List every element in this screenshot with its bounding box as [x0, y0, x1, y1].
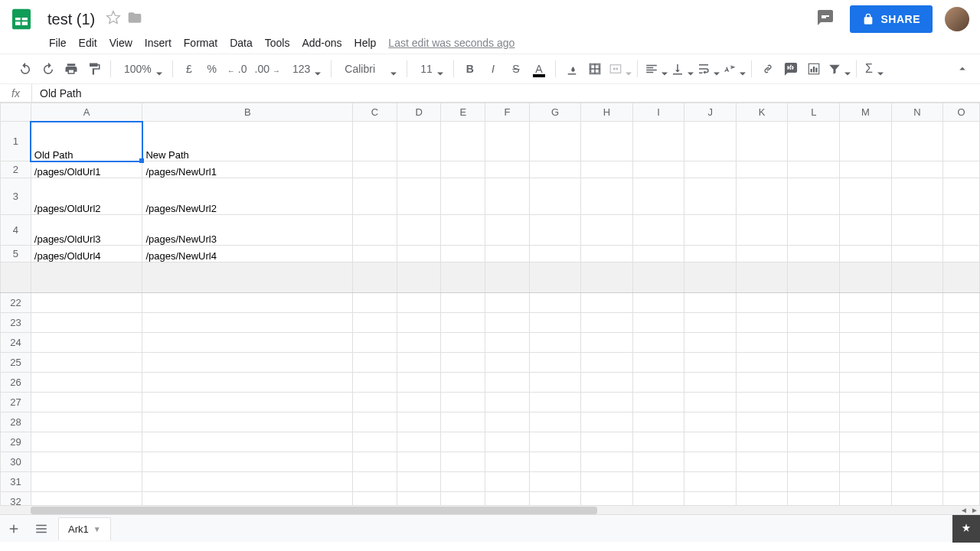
- cell-N22[interactable]: [891, 293, 943, 313]
- cell-K29[interactable]: [736, 432, 788, 452]
- cell-M30[interactable]: [840, 452, 892, 472]
- cell-I3[interactable]: [632, 178, 684, 215]
- cell-J27[interactable]: [684, 393, 737, 412]
- column-header-F[interactable]: F: [485, 103, 530, 122]
- cell-B3[interactable]: /pages/NewUrl2: [142, 178, 353, 215]
- cell-I29[interactable]: [632, 432, 684, 452]
- cell-D5[interactable]: [397, 246, 441, 262]
- cell-F25[interactable]: [485, 353, 530, 373]
- cell-C32[interactable]: [353, 492, 397, 506]
- cell-E30[interactable]: [441, 452, 485, 472]
- vertical-align-button[interactable]: [671, 59, 692, 79]
- cell-I32[interactable]: [632, 492, 684, 506]
- cell-J23[interactable]: [684, 313, 737, 333]
- column-header-J[interactable]: J: [684, 103, 737, 122]
- cell-J30[interactable]: [684, 452, 737, 472]
- cell-F5[interactable]: [485, 246, 530, 262]
- cell-E24[interactable]: [441, 333, 485, 353]
- cell-H2[interactable]: [581, 161, 633, 178]
- cell-H24[interactable]: [581, 333, 633, 353]
- cell-N24[interactable]: [891, 333, 943, 353]
- cell-K23[interactable]: [736, 313, 788, 333]
- cell-L26[interactable]: [788, 373, 840, 393]
- menu-addons[interactable]: Add-ons: [296, 34, 348, 52]
- column-header-H[interactable]: H: [581, 103, 633, 122]
- cell-D22[interactable]: [397, 293, 441, 313]
- cell-L31[interactable]: [788, 472, 840, 492]
- row-header-26[interactable]: 26: [1, 373, 31, 393]
- cell-D24[interactable]: [397, 333, 441, 353]
- menu-help[interactable]: Help: [348, 34, 383, 52]
- cell-E27[interactable]: [441, 393, 485, 412]
- cell-A28[interactable]: [31, 412, 142, 432]
- cell-H5[interactable]: [581, 246, 633, 262]
- menu-insert[interactable]: Insert: [139, 34, 178, 52]
- column-header-B[interactable]: B: [142, 103, 353, 122]
- cell-C23[interactable]: [353, 313, 397, 333]
- cell-I5[interactable]: [632, 246, 684, 262]
- cell-K31[interactable]: [736, 472, 788, 492]
- cell-L32[interactable]: [788, 492, 840, 506]
- cell-O27[interactable]: [943, 393, 980, 412]
- cell-J25[interactable]: [684, 353, 737, 373]
- cell-I22[interactable]: [632, 293, 684, 313]
- add-sheet-button[interactable]: [0, 515, 28, 543]
- cell-C22[interactable]: [353, 293, 397, 313]
- cell-H4[interactable]: [581, 215, 633, 246]
- menu-format[interactable]: Format: [178, 34, 224, 52]
- functions-button[interactable]: Σ: [864, 59, 882, 79]
- cell-O3[interactable]: [943, 178, 980, 215]
- cell-F22[interactable]: [485, 293, 530, 313]
- cell-B26[interactable]: [142, 373, 353, 393]
- cell-D25[interactable]: [397, 353, 441, 373]
- percent-button[interactable]: %: [203, 59, 221, 79]
- row-header-2[interactable]: 2: [1, 161, 31, 178]
- column-header-G[interactable]: G: [529, 103, 581, 122]
- row-header-29[interactable]: 29: [1, 432, 31, 452]
- cell-K24[interactable]: [736, 333, 788, 353]
- cell-C27[interactable]: [353, 393, 397, 412]
- cell-B1[interactable]: New Path: [142, 122, 353, 161]
- undo-button[interactable]: [16, 59, 34, 79]
- cell-N4[interactable]: [891, 215, 943, 246]
- cell-I31[interactable]: [632, 472, 684, 492]
- cell-G31[interactable]: [529, 472, 581, 492]
- cell-D26[interactable]: [397, 373, 441, 393]
- cell-H22[interactable]: [581, 293, 633, 313]
- cell-C1[interactable]: [353, 122, 397, 161]
- cell-F29[interactable]: [485, 432, 530, 452]
- cell-A3[interactable]: /pages/OldUrl2: [31, 178, 142, 215]
- cell-H28[interactable]: [581, 412, 633, 432]
- cell-M29[interactable]: [840, 432, 892, 452]
- cell-G22[interactable]: [529, 293, 581, 313]
- cell-J26[interactable]: [684, 373, 737, 393]
- cell-C26[interactable]: [353, 373, 397, 393]
- cell-J28[interactable]: [684, 412, 737, 432]
- cell-B4[interactable]: /pages/NewUrl3: [142, 215, 353, 246]
- cell-G5[interactable]: [529, 246, 581, 262]
- scroll-right-button[interactable]: ►: [969, 506, 980, 515]
- column-header-M[interactable]: M: [840, 103, 892, 122]
- number-format-select[interactable]: 123: [286, 59, 324, 79]
- row-header-22[interactable]: 22: [1, 293, 31, 313]
- cell-D27[interactable]: [397, 393, 441, 412]
- cell-L5[interactable]: [788, 246, 840, 262]
- cell-A29[interactable]: [31, 432, 142, 452]
- cell-M27[interactable]: [840, 393, 892, 412]
- cell-N23[interactable]: [891, 313, 943, 333]
- horizontal-align-button[interactable]: [645, 59, 666, 79]
- cell-G23[interactable]: [529, 313, 581, 333]
- cell-L24[interactable]: [788, 333, 840, 353]
- cell-A2[interactable]: /pages/OldUrl1: [31, 161, 142, 178]
- star-icon[interactable]: [100, 10, 121, 28]
- cell-K32[interactable]: [736, 492, 788, 506]
- cell-J24[interactable]: [684, 333, 737, 353]
- sheet-tab-dropdown-icon[interactable]: ▼: [93, 525, 101, 533]
- cell-L3[interactable]: [788, 178, 840, 215]
- cell-C29[interactable]: [353, 432, 397, 452]
- cell-I23[interactable]: [632, 313, 684, 333]
- cell-H29[interactable]: [581, 432, 633, 452]
- cell-M3[interactable]: [840, 178, 892, 215]
- column-header-C[interactable]: C: [353, 103, 397, 122]
- cell-O32[interactable]: [943, 492, 980, 506]
